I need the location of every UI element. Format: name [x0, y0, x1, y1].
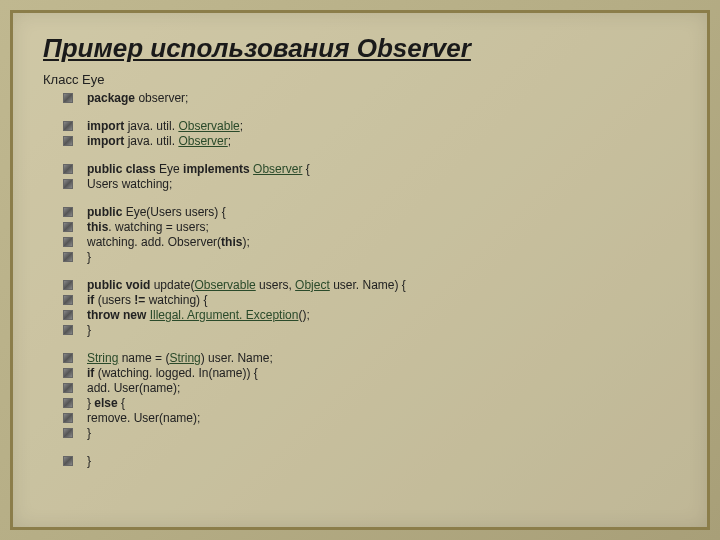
code-text: add. User(name); — [87, 381, 180, 395]
code-line: this. watching = users; — [43, 220, 677, 234]
code-text: Users watching; — [87, 177, 172, 191]
code-text: } — [87, 426, 91, 440]
code-spacer — [43, 106, 677, 118]
code-line: import java. util. Observer; — [43, 134, 677, 148]
code-text: } else { — [87, 396, 125, 410]
bullet-icon — [63, 413, 73, 423]
code-spacer — [43, 265, 677, 277]
code-text: if (watching. logged. In(name)) { — [87, 366, 258, 380]
code-spacer — [43, 441, 677, 453]
code-line: public class Eye implements Observer { — [43, 162, 677, 176]
code-text: watching. add. Observer(this); — [87, 235, 250, 249]
bullet-icon — [63, 252, 73, 262]
code-spacer — [43, 192, 677, 204]
code-line: remove. User(name); — [43, 411, 677, 425]
code-line: public Eye(Users users) { — [43, 205, 677, 219]
bullet-icon — [63, 164, 73, 174]
code-text: throw new Illegal. Argument. Exception()… — [87, 308, 310, 322]
code-line: if (users != watching) { — [43, 293, 677, 307]
code-spacer — [43, 149, 677, 161]
slide-content: Пример использования Observer Класс Eye … — [13, 13, 707, 489]
bullet-icon — [63, 207, 73, 217]
code-text: public void update(Observable users, Obj… — [87, 278, 406, 292]
code-spacer — [43, 338, 677, 350]
code-line: if (watching. logged. In(name)) { — [43, 366, 677, 380]
code-line: public void update(Observable users, Obj… — [43, 278, 677, 292]
code-line: } — [43, 250, 677, 264]
code-text: } — [87, 250, 91, 264]
bullet-icon — [63, 136, 73, 146]
code-text: import java. util. Observer; — [87, 134, 231, 148]
code-line: throw new Illegal. Argument. Exception()… — [43, 308, 677, 322]
bullet-icon — [63, 456, 73, 466]
code-text: if (users != watching) { — [87, 293, 207, 307]
code-line: watching. add. Observer(this); — [43, 235, 677, 249]
code-line: Users watching; — [43, 177, 677, 191]
bullet-icon — [63, 353, 73, 363]
bullet-icon — [63, 325, 73, 335]
slide-frame: Пример использования Observer Класс Eye … — [10, 10, 710, 530]
code-line: } — [43, 426, 677, 440]
bullet-icon — [63, 93, 73, 103]
code-line: String name = (String) user. Name; — [43, 351, 677, 365]
code-text: remove. User(name); — [87, 411, 200, 425]
bullet-icon — [63, 310, 73, 320]
code-text: public Eye(Users users) { — [87, 205, 226, 219]
code-block: package observer;import java. util. Obse… — [43, 91, 677, 468]
code-text: package observer; — [87, 91, 188, 105]
bullet-icon — [63, 280, 73, 290]
slide-title: Пример использования Observer — [43, 33, 677, 64]
bullet-icon — [63, 383, 73, 393]
bullet-icon — [63, 121, 73, 131]
code-text: import java. util. Observable; — [87, 119, 243, 133]
code-line: } else { — [43, 396, 677, 410]
bullet-icon — [63, 222, 73, 232]
code-text: } — [87, 323, 91, 337]
bullet-icon — [63, 179, 73, 189]
code-text: } — [87, 454, 91, 468]
bullet-icon — [63, 428, 73, 438]
code-text: this. watching = users; — [87, 220, 209, 234]
bullet-icon — [63, 237, 73, 247]
code-line: import java. util. Observable; — [43, 119, 677, 133]
code-text: String name = (String) user. Name; — [87, 351, 273, 365]
bullet-icon — [63, 368, 73, 378]
code-line: } — [43, 323, 677, 337]
bullet-icon — [63, 398, 73, 408]
code-text: public class Eye implements Observer { — [87, 162, 310, 176]
code-line: } — [43, 454, 677, 468]
code-line: package observer; — [43, 91, 677, 105]
slide-subtitle: Класс Eye — [43, 72, 677, 87]
bullet-icon — [63, 295, 73, 305]
code-line: add. User(name); — [43, 381, 677, 395]
